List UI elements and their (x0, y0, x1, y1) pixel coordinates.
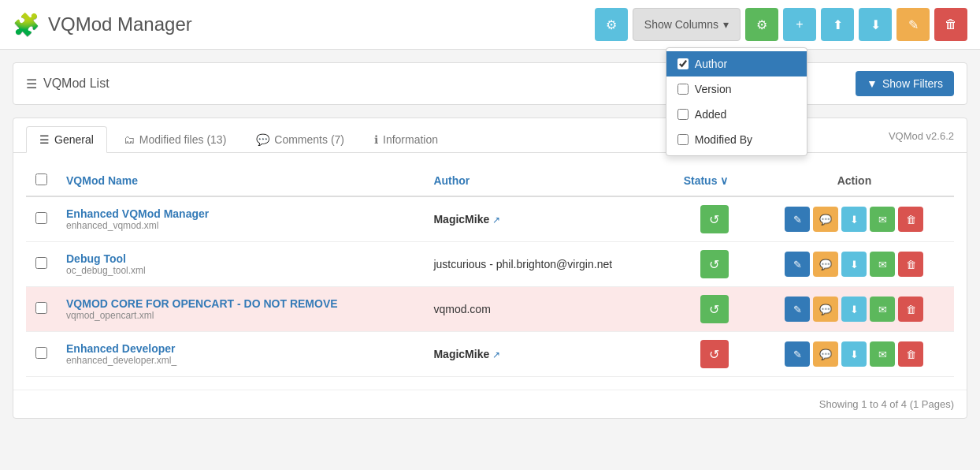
select-all-col (26, 166, 57, 196)
delete-row-button[interactable]: 🗑 (898, 297, 923, 322)
comment-row-button[interactable]: 💬 (813, 252, 838, 277)
tab-modified-files[interactable]: 🗂 Modified files (13) (110, 126, 240, 153)
row-checkbox-cell (26, 287, 57, 332)
row-action-cell: ✎ 💬 ⬇ ✉ 🗑 (755, 242, 954, 287)
mod-name: Enhanced Developer (66, 342, 414, 355)
footer-text: Showing 1 to 4 of 4 (1 Pages) (819, 398, 954, 410)
select-all-checkbox[interactable] (35, 173, 47, 185)
download-row-button[interactable]: ⬇ (841, 297, 867, 322)
app-title: 🧩 VQMod Manager (13, 12, 192, 38)
tabs-bar: ☰ General 🗂 Modified files (13) 💬 Commen… (13, 118, 967, 153)
settings-left-button[interactable]: ⚙ (595, 8, 628, 41)
tab-information[interactable]: ℹ Information (361, 126, 451, 153)
dropdown-label-modified-by: Modified By (695, 133, 752, 146)
row-name-cell: VQMOD CORE FOR OPENCART - DO NOT REMOVEv… (57, 287, 424, 332)
dropdown-label-version: Version (695, 83, 732, 95)
table-container: VQMod Name Author Status ∨ Action Enhanc… (13, 153, 967, 390)
edit-row-button[interactable]: ✎ (785, 341, 810, 367)
external-link-icon: ↗ (492, 214, 500, 226)
add-button[interactable]: + (783, 8, 816, 41)
row-checkbox-cell (26, 242, 57, 287)
show-filters-label: Show Filters (882, 77, 943, 90)
status-sort[interactable]: Status ∨ (684, 174, 745, 187)
dropdown-label-added: Added (695, 108, 726, 121)
download-button[interactable]: ⬇ (859, 8, 892, 41)
table-head: VQMod Name Author Status ∨ Action (26, 166, 954, 196)
checkbox-added[interactable] (677, 109, 689, 120)
chevron-down-icon: ▾ (723, 18, 729, 31)
delete-row-button[interactable]: 🗑 (898, 252, 923, 277)
dropdown-item-added[interactable]: Added (666, 102, 807, 127)
col-name: VQMod Name (57, 166, 424, 196)
row-checkbox[interactable] (35, 302, 47, 314)
row-author-cell: vqmod.com (424, 287, 674, 332)
tab-comments-label: Comments (7) (274, 133, 344, 146)
action-buttons: ✎ 💬 ⬇ ✉ 🗑 (764, 297, 945, 322)
comment-row-button[interactable]: 💬 (813, 207, 838, 232)
tab-comments[interactable]: 💬 Comments (7) (243, 126, 358, 153)
col-author: Author (424, 166, 674, 196)
info-icon: ℹ (374, 133, 378, 146)
row-action-cell: ✎ 💬 ⬇ ✉ 🗑 (755, 332, 954, 377)
delete-button[interactable]: 🗑 (934, 8, 967, 41)
row-name-cell: Enhanced VQMod Managerenhanced_vqmod.xml (57, 196, 424, 242)
dropdown-item-author[interactable]: Author (666, 51, 807, 76)
show-columns-button[interactable]: Show Columns ▾ (633, 8, 741, 41)
email-row-button[interactable]: ✉ (870, 207, 895, 232)
col-action: Action (755, 166, 954, 196)
delete-row-button[interactable]: 🗑 (898, 341, 923, 367)
comment-row-button[interactable]: 💬 (813, 297, 838, 322)
download-row-button[interactable]: ⬇ (841, 207, 867, 232)
action-buttons: ✎ 💬 ⬇ ✉ 🗑 (764, 341, 945, 367)
row-action-cell: ✎ 💬 ⬇ ✉ 🗑 (755, 196, 954, 242)
email-row-button[interactable]: ✉ (870, 341, 895, 367)
author-name: vqmod.com (433, 303, 490, 315)
col-status[interactable]: Status ∨ (674, 166, 755, 196)
row-checkbox[interactable] (35, 212, 47, 224)
checkbox-version[interactable] (677, 84, 689, 95)
vqmod-table: VQMod Name Author Status ∨ Action Enhanc… (26, 166, 954, 377)
row-checkbox[interactable] (35, 347, 47, 359)
edit-row-button[interactable]: ✎ (785, 207, 810, 232)
comment-row-button[interactable]: 💬 (813, 341, 838, 367)
row-status-cell: ↺ (674, 242, 755, 287)
download-row-button[interactable]: ⬇ (841, 252, 867, 277)
checkbox-modified-by[interactable] (677, 134, 689, 145)
mod-file: enhanced_vqmod.xml (66, 220, 414, 231)
row-checkbox-cell (26, 196, 57, 242)
status-toggle-button[interactable]: ↺ (700, 295, 729, 323)
checkbox-author[interactable] (677, 58, 689, 69)
status-toggle-button[interactable]: ↺ (700, 340, 729, 368)
author-name: MagicMike (433, 348, 489, 360)
row-author-cell: justcurious - phil.brighton@virgin.net (424, 242, 674, 287)
dropdown-item-modified-by[interactable]: Modified By (666, 127, 807, 152)
tab-general-label: General (54, 133, 94, 146)
email-row-button[interactable]: ✉ (870, 252, 895, 277)
row-checkbox[interactable] (35, 257, 47, 269)
row-action-cell: ✎ 💬 ⬇ ✉ 🗑 (755, 287, 954, 332)
top-bar: 🧩 VQMod Manager ⚙ Show Columns ▾ Author … (0, 0, 980, 50)
list-icon: ☰ (26, 76, 37, 91)
table-header-row: VQMod Name Author Status ∨ Action (26, 166, 954, 196)
mod-name: Debug Tool (66, 252, 414, 265)
status-toggle-button[interactable]: ↺ (700, 250, 729, 278)
tab-general[interactable]: ☰ General (26, 126, 107, 153)
edit-row-button[interactable]: ✎ (785, 297, 810, 322)
show-filters-button[interactable]: ▼ Show Filters (856, 71, 954, 96)
section-header: ☰ VQMod List ▼ Show Filters (13, 62, 967, 105)
section-title-text: VQMod List (43, 76, 110, 91)
download-row-button[interactable]: ⬇ (841, 341, 867, 367)
email-row-button[interactable]: ✉ (870, 297, 895, 322)
edit-row-button[interactable]: ✎ (785, 252, 810, 277)
tab-information-label: Information (383, 133, 438, 146)
upload-button[interactable]: ⬆ (821, 8, 854, 41)
external-link-icon: ↗ (492, 349, 500, 360)
edit-button[interactable]: ✎ (896, 8, 930, 41)
table-row: Debug Tooloc_debug_tool.xmljustcurious -… (26, 242, 954, 287)
status-toggle-button[interactable]: ↺ (700, 205, 729, 233)
version-label: VQMod v2.6.2 (889, 130, 954, 148)
dropdown-item-version[interactable]: Version (666, 76, 807, 102)
delete-row-button[interactable]: 🗑 (898, 207, 923, 232)
refresh-button[interactable]: ⚙ (745, 8, 778, 41)
mod-file: vqmod_opencart.xml (66, 310, 414, 321)
